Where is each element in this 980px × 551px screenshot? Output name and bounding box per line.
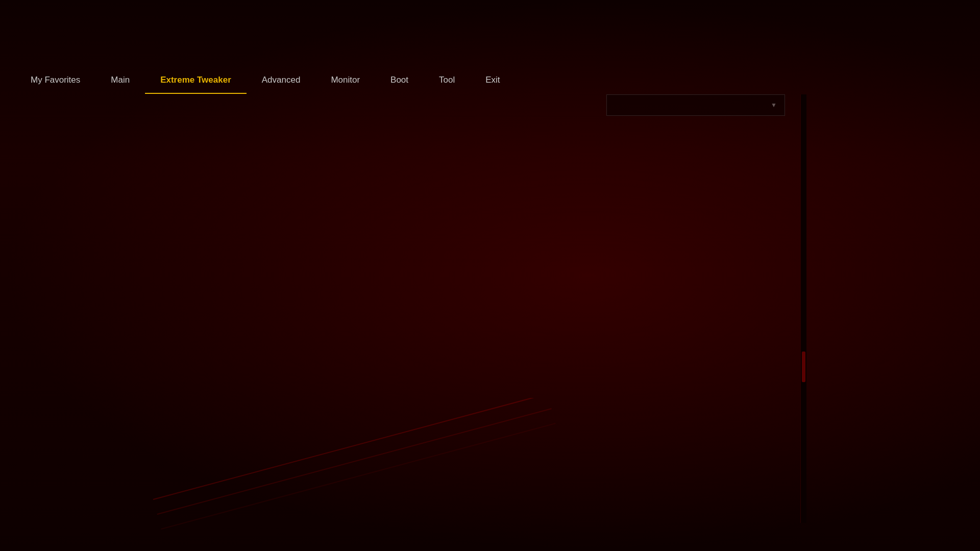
nav-advanced[interactable]: Advanced <box>247 66 316 94</box>
nav-exit[interactable]: Exit <box>470 66 515 94</box>
nav-monitor[interactable]: Monitor <box>315 66 375 94</box>
nav-extreme-tweaker[interactable]: Extreme Tweaker <box>145 66 247 94</box>
nav-main[interactable]: Main <box>95 66 145 94</box>
scrollbar[interactable] <box>800 94 806 523</box>
dropdown-top-partial[interactable]: ▼ <box>606 94 785 116</box>
nav-favorites[interactable]: My Favorites <box>15 66 95 94</box>
main-container: ROG UEFI BIOS Utility – Advanced Mode 11… <box>0 0 980 551</box>
setting-row-top-partial: ▼ <box>0 94 800 116</box>
nav-boot[interactable]: Boot <box>375 66 424 94</box>
scroll-thumb[interactable] <box>802 352 805 382</box>
dropdown-arrow: ▼ <box>771 102 777 109</box>
nav-tool[interactable]: Tool <box>424 66 470 94</box>
bg-lines <box>0 398 980 551</box>
